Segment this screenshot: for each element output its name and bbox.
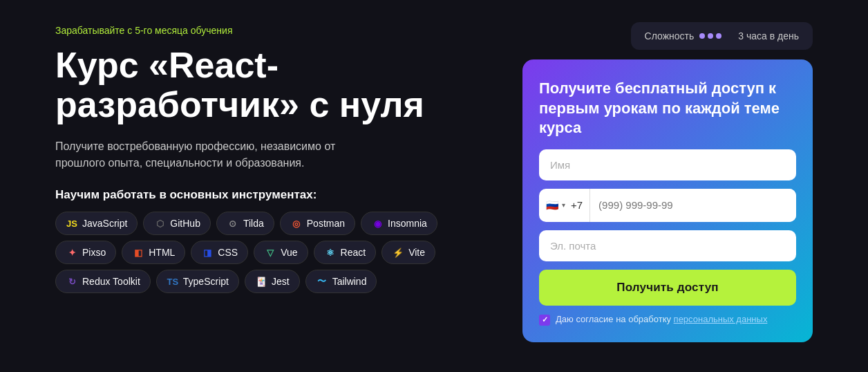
tool-label: GitHub: [170, 218, 200, 229]
tool-label: Vite: [408, 247, 425, 258]
tool-icon: 🃏: [255, 275, 267, 288]
tool-badge: ◉Insomnia: [361, 212, 437, 235]
tool-badge: ⬡GitHub: [143, 212, 211, 235]
tool-icon: ◎: [290, 217, 303, 230]
tool-icon: ◨: [201, 246, 214, 259]
tool-label: Vue: [281, 247, 297, 258]
tool-badge: ◎Postman: [280, 212, 355, 235]
tool-badge: 〜Tailwind: [305, 270, 377, 293]
subtitle: Получите востребованную профессию, незав…: [55, 138, 387, 171]
tool-label: Tilda: [243, 218, 264, 229]
tools-heading: Научим работать в основных инструментах:: [55, 188, 481, 202]
phone-flag[interactable]: 🇷🇺 ▾ +7: [539, 189, 590, 222]
form-title: Получите бесплатный доступ к первым урок…: [539, 79, 796, 138]
page-wrapper: Зарабатывайте с 5-го месяца обучения Кур…: [0, 0, 868, 372]
tool-label: JavaScript: [82, 218, 127, 229]
tool-badge: JSJavaScript: [55, 212, 138, 235]
tool-icon: JS: [66, 217, 78, 230]
tool-badge: ✦Pixso: [55, 241, 116, 264]
tools-grid: JSJavaScript⬡GitHub⊙Tilda◎Postman◉Insomn…: [55, 212, 456, 293]
tool-label: React: [341, 247, 366, 258]
tool-label: Jest: [272, 276, 290, 287]
right-column: Сложность 3 часа в день Получите бесплат…: [522, 22, 813, 350]
tool-badge: ⊙Tilda: [216, 212, 274, 235]
tool-icon: ⚡: [392, 246, 404, 259]
phone-input[interactable]: [590, 189, 796, 222]
tool-label: Pixso: [82, 247, 106, 258]
complexity-label: Сложность: [645, 30, 695, 41]
tool-badge: ◨CSS: [191, 241, 248, 264]
tool-badge: ◧HTML: [122, 241, 185, 264]
tool-label: Postman: [307, 218, 345, 229]
tool-icon: TS: [167, 275, 179, 288]
tool-icon: ⬡: [153, 217, 166, 230]
complexity-bar: Сложность 3 часа в день: [631, 22, 813, 50]
email-input[interactable]: [539, 230, 796, 261]
tool-badge: ↻Redux Toolkit: [55, 270, 151, 293]
phone-row: 🇷🇺 ▾ +7: [539, 189, 796, 222]
tool-badge: TSTypeScript: [156, 270, 239, 293]
name-input[interactable]: [539, 149, 796, 180]
tool-icon: ⊙: [227, 217, 239, 230]
tool-label: HTML: [149, 247, 175, 258]
tool-icon: ◧: [132, 246, 144, 259]
dot-1: [699, 33, 705, 39]
main-title: Курс «React-разработчик» с нуля: [55, 46, 481, 124]
tool-icon: ↻: [66, 275, 78, 288]
tool-label: Tailwind: [332, 276, 367, 287]
tool-icon: ✦: [66, 246, 78, 259]
tool-badge: ▽Vue: [254, 241, 308, 264]
submit-button[interactable]: Получить доступ: [539, 270, 796, 306]
phone-prefix: +7: [571, 199, 583, 211]
consent-text: Даю согласие на обработку персональных д…: [556, 314, 767, 324]
flag-emoji: 🇷🇺: [546, 199, 559, 212]
time-label: 3 часа в день: [738, 30, 799, 41]
consent-checkbox[interactable]: [539, 315, 550, 326]
dot-2: [708, 33, 713, 39]
tool-label: TypeScript: [183, 276, 229, 287]
tool-icon: ◉: [371, 217, 384, 230]
tool-badge: ⚛React: [314, 241, 377, 264]
tool-label: Insomnia: [388, 218, 427, 229]
chevron-down-icon: ▾: [562, 201, 565, 209]
tool-label: Redux Toolkit: [82, 276, 140, 287]
consent-link[interactable]: персональных данных: [674, 314, 768, 324]
tool-icon: 〜: [316, 275, 328, 288]
left-column: Зарабатывайте с 5-го месяца обучения Кур…: [55, 22, 481, 350]
form-card: Получите бесплатный доступ к первым урок…: [522, 59, 813, 342]
dot-3: [716, 33, 721, 39]
tool-icon: ⚛: [324, 246, 337, 259]
tool-badge: ⚡Vite: [381, 241, 435, 264]
promo-badge: Зарабатывайте с 5-го месяца обучения: [55, 25, 481, 36]
consent-row: Даю согласие на обработку персональных д…: [539, 314, 796, 326]
tool-icon: ▽: [264, 246, 276, 259]
tool-label: CSS: [218, 247, 238, 258]
complexity-dots: [699, 33, 721, 39]
tool-badge: 🃏Jest: [245, 270, 300, 293]
